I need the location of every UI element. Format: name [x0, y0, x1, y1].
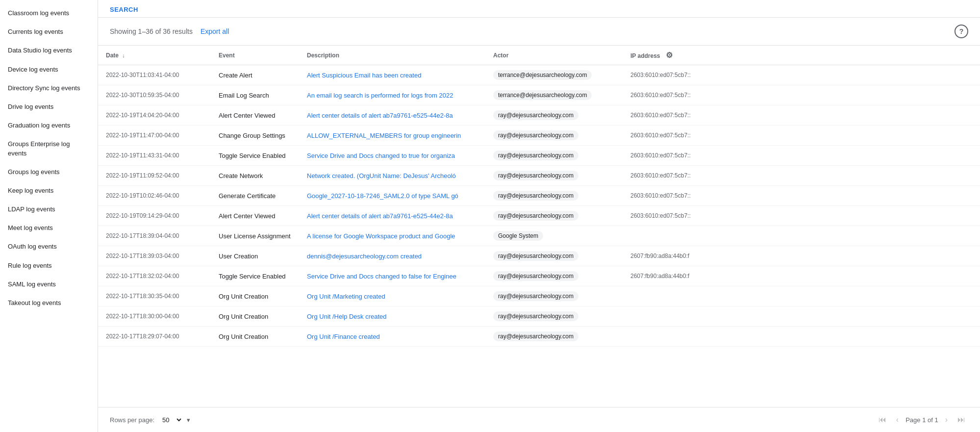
cell-ip-11 [623, 286, 980, 306]
cell-description-4[interactable]: Service Drive and Docs changed to true f… [299, 146, 485, 166]
cell-description-0[interactable]: Alert Suspicious Email has been created [299, 65, 485, 85]
cell-event-7: Alert Center Viewed [211, 206, 299, 226]
search-header: SEARCH [98, 0, 980, 18]
table-row: 2022-10-30T11:03:41-04:00Create AlertAle… [98, 65, 980, 85]
cell-actor-11: ray@dejesusarcheology.com [485, 286, 623, 306]
cell-description-2[interactable]: Alert center details of alert ab7a9761-e… [299, 105, 485, 126]
cell-ip-12 [623, 306, 980, 327]
col-header-date[interactable]: Date ↓ [98, 46, 211, 65]
cell-actor-13: ray@dejesusarcheology.com [485, 327, 623, 347]
cell-description-8[interactable]: A license for Google Workspace product a… [299, 226, 485, 246]
sidebar-item-saml[interactable]: SAML log events [0, 275, 98, 294]
rows-per-page-label: Rows per page: [110, 416, 154, 424]
cell-date-6: 2022-10-19T10:02:46-04:00 [98, 186, 211, 206]
cell-description-10[interactable]: Service Drive and Docs changed to false … [299, 266, 485, 286]
cell-description-11[interactable]: Org Unit /Marketing created [299, 286, 485, 306]
cell-description-1[interactable]: An email log search is performed for log… [299, 85, 485, 105]
sidebar-item-ldap[interactable]: LDAP log events [0, 200, 98, 219]
next-page-button[interactable]: › [942, 413, 951, 426]
col-header-description: Description [299, 46, 485, 65]
table-row: 2022-10-19T11:09:52-04:00Create NetworkN… [98, 166, 980, 186]
cell-actor-4: ray@dejesusarcheology.com [485, 146, 623, 166]
cell-event-6: Generate Certificate [211, 186, 299, 206]
cell-date-5: 2022-10-19T11:09:52-04:00 [98, 166, 211, 186]
results-table-wrapper: Date ↓ Event Description Actor IP addres… [98, 45, 980, 407]
sidebar-item-rule[interactable]: Rule log events [0, 256, 98, 275]
sidebar-item-takeout[interactable]: Takeout log events [0, 294, 98, 312]
sidebar-item-keep[interactable]: Keep log events [0, 181, 98, 200]
cell-description-12[interactable]: Org Unit /Help Desk created [299, 306, 485, 327]
rows-per-page-select[interactable]: 50 25 100 [158, 415, 183, 425]
table-row: 2022-10-19T11:47:00-04:00Change Group Se… [98, 126, 980, 146]
cell-date-4: 2022-10-19T11:43:31-04:00 [98, 146, 211, 166]
sidebar-item-device[interactable]: Device log events [0, 60, 98, 79]
last-page-button[interactable]: ⏭ [955, 413, 968, 426]
table-row: 2022-10-17T18:30:35-04:00Org Unit Creati… [98, 286, 980, 306]
actor-chip-6: ray@dejesusarcheology.com [493, 191, 578, 201]
prev-page-button[interactable]: ‹ [893, 413, 902, 426]
cell-actor-7: ray@dejesusarcheology.com [485, 206, 623, 226]
col-header-event: Event [211, 46, 299, 65]
cell-event-9: User Creation [211, 246, 299, 266]
sidebar-item-groups[interactable]: Groups log events [0, 163, 98, 181]
actor-chip-8: Google System [493, 231, 543, 241]
cell-description-6[interactable]: Google_2027-10-18-7246_SAML2.0 of type S… [299, 186, 485, 206]
results-bar: Showing 1–36 of 36 results Export all ? [98, 18, 980, 45]
sidebar-item-data-studio[interactable]: Data Studio log events [0, 41, 98, 60]
table-footer: Rows per page: 50 25 100 ▾ ⏮ ‹ Page 1 of… [98, 407, 980, 432]
results-count: Showing 1–36 of 36 results [110, 27, 193, 35]
actor-chip-4: ray@dejesusarcheology.com [493, 151, 578, 160]
cell-date-1: 2022-10-30T10:59:35-04:00 [98, 85, 211, 105]
table-row: 2022-10-17T18:39:04-04:00User License As… [98, 226, 980, 246]
cell-event-2: Alert Center Viewed [211, 105, 299, 126]
sidebar-item-graduation[interactable]: Graduation log events [0, 116, 98, 135]
cell-event-1: Email Log Search [211, 85, 299, 105]
actor-chip-13: ray@dejesusarcheology.com [493, 331, 578, 341]
cell-actor-2: ray@dejesusarcheology.com [485, 105, 623, 126]
page-info: Page 1 of 1 [905, 416, 938, 424]
cell-date-11: 2022-10-17T18:30:35-04:00 [98, 286, 211, 306]
sidebar-item-currents[interactable]: Currents log events [0, 23, 98, 41]
first-page-button[interactable]: ⏮ [876, 413, 889, 426]
cell-ip-3: 2603:6010:ed07:5cb7:: [623, 126, 980, 146]
cell-date-0: 2022-10-30T11:03:41-04:00 [98, 65, 211, 85]
sidebar-item-oauth[interactable]: OAuth log events [0, 237, 98, 256]
cell-date-10: 2022-10-17T18:32:02-04:00 [98, 266, 211, 286]
cell-description-3[interactable]: ALLOW_EXTERNAL_MEMBERS for group enginee… [299, 126, 485, 146]
sidebar-item-meet[interactable]: Meet log events [0, 219, 98, 237]
cell-description-13[interactable]: Org Unit /Finance created [299, 327, 485, 347]
cell-description-5[interactable]: Network created. (OrgUnit Name: DeJesus'… [299, 166, 485, 186]
actor-chip-10: ray@dejesusarcheology.com [493, 271, 578, 281]
cell-description-7[interactable]: Alert center details of alert ab7a9761-e… [299, 206, 485, 226]
cell-actor-8: Google System [485, 226, 623, 246]
cell-actor-3: ray@dejesusarcheology.com [485, 126, 623, 146]
cell-actor-0: terrance@dejesusarcheology.com [485, 65, 623, 85]
sidebar-item-directory-sync[interactable]: Directory Sync log events [0, 79, 98, 98]
sidebar-item-classroom[interactable]: Classroom log events [0, 4, 98, 23]
results-table: Date ↓ Event Description Actor IP addres… [98, 46, 980, 347]
table-row: 2022-10-19T09:14:29-04:00Alert Center Vi… [98, 206, 980, 226]
actor-chip-2: ray@dejesusarcheology.com [493, 110, 578, 120]
cell-event-8: User License Assignment [211, 226, 299, 246]
table-row: 2022-10-17T18:30:00-04:00Org Unit Creati… [98, 306, 980, 327]
cell-ip-7: 2603:6010:ed07:5cb7:: [623, 206, 980, 226]
table-row: 2022-10-19T11:43:31-04:00Toggle Service … [98, 146, 980, 166]
cell-event-3: Change Group Settings [211, 126, 299, 146]
table-row: 2022-10-19T14:04:20-04:00Alert Center Vi… [98, 105, 980, 126]
help-icon[interactable]: ? [955, 25, 968, 38]
cell-ip-4: 2603:6010:ed07:5cb7:: [623, 146, 980, 166]
col-header-actor: Actor [485, 46, 623, 65]
cell-date-13: 2022-10-17T18:29:07-04:00 [98, 327, 211, 347]
cell-date-2: 2022-10-19T14:04:20-04:00 [98, 105, 211, 126]
cell-event-4: Toggle Service Enabled [211, 146, 299, 166]
cell-description-9[interactable]: dennis@dejesusarcheology.com created [299, 246, 485, 266]
cell-actor-6: ray@dejesusarcheology.com [485, 186, 623, 206]
sidebar-item-drive[interactable]: Drive log events [0, 98, 98, 116]
export-all-button[interactable]: Export all [201, 27, 229, 35]
actor-chip-11: ray@dejesusarcheology.com [493, 291, 578, 301]
cell-actor-12: ray@dejesusarcheology.com [485, 306, 623, 327]
sidebar-item-groups-enterprise[interactable]: Groups Enterprise log events [0, 135, 98, 162]
cell-ip-9: 2607:fb90:ad8a:44b0:f [623, 246, 980, 266]
column-settings-icon[interactable]: ⚙ [666, 51, 673, 59]
cell-ip-10: 2607:fb90:ad8a:44b0:f [623, 266, 980, 286]
